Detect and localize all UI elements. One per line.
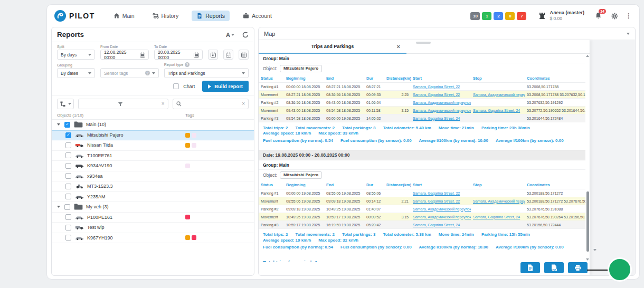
export-report-button[interactable] bbox=[520, 262, 540, 273]
refresh-button[interactable] bbox=[242, 32, 249, 38]
tree-group-main-10[interactable]: ✓Main (10) bbox=[52, 120, 254, 130]
more-menu-button[interactable]: ⋮ bbox=[626, 12, 632, 20]
object-checkbox[interactable] bbox=[65, 142, 71, 148]
counter-badge[interactable]: 7 bbox=[517, 12, 526, 20]
report-scrollbar[interactable] bbox=[586, 55, 589, 261]
close-tab-icon[interactable]: × bbox=[397, 44, 400, 50]
tag-chip[interactable] bbox=[185, 143, 190, 148]
map-collapse-chevron-icon[interactable] bbox=[627, 33, 630, 35]
total-item: Parking time: 15h 55min bbox=[481, 232, 530, 237]
preset-week-button[interactable] bbox=[239, 50, 249, 60]
nav-item-account[interactable]: Account bbox=[238, 11, 277, 21]
export-pdf-button[interactable]: PDF bbox=[544, 262, 564, 273]
nav-item-main[interactable]: Main bbox=[109, 11, 139, 21]
counter-badge[interactable]: 1 bbox=[482, 12, 491, 20]
start-link[interactable]: Samara, Gagarina Street, 22 bbox=[413, 84, 460, 89]
object-checkbox[interactable] bbox=[65, 235, 71, 241]
object-checkbox[interactable]: ✓ bbox=[65, 132, 71, 138]
report-row: Movement09:43:00 18.08.202509:54:58 18.0… bbox=[259, 107, 585, 114]
to-date-input[interactable]: 20.08.2025 00:00 bbox=[154, 50, 203, 60]
start-link[interactable]: Samara, Gagarina Street, 22 bbox=[413, 92, 460, 97]
scrollbar-thumb[interactable] bbox=[586, 191, 589, 252]
tree-item-y235am[interactable]: Y235AM bbox=[52, 192, 254, 203]
start-link[interactable]: Samara, Gagarina Street, 24 bbox=[413, 116, 460, 121]
notifications-button[interactable]: 14 bbox=[595, 12, 602, 20]
tag-chip[interactable] bbox=[192, 235, 196, 240]
start-link[interactable]: Samara, Академический переулок, 2 bbox=[413, 215, 471, 219]
cell-end: 10:49:25 19.08.2025 bbox=[324, 205, 364, 213]
start-link[interactable]: Samara, Академический переулок, 4 bbox=[413, 207, 471, 212]
drag-handle[interactable] bbox=[416, 42, 431, 44]
preset-yesterday-button[interactable] bbox=[223, 50, 233, 60]
settings-button[interactable] bbox=[611, 13, 618, 20]
cell-beginning: 00:00:00 19.08.2025 bbox=[284, 189, 324, 197]
tag-chip[interactable] bbox=[185, 215, 190, 219]
nav-item-history[interactable]: History bbox=[148, 11, 184, 21]
tag-chip[interactable] bbox=[192, 133, 196, 138]
grouping-select[interactable]: By dates bbox=[57, 68, 95, 78]
user-account[interactable]: Алена (master) $ 0.00 bbox=[538, 10, 584, 22]
tag-filter-input[interactable]: × bbox=[78, 99, 168, 109]
start-link[interactable]: Samara, Gagarina Street, 22 bbox=[413, 191, 460, 196]
tag-chip[interactable] bbox=[192, 143, 196, 148]
chart-checkbox[interactable] bbox=[173, 83, 179, 89]
counter-badge[interactable]: 10 bbox=[470, 12, 480, 20]
tag-chip[interactable] bbox=[185, 164, 190, 168]
stop-link[interactable]: Samara, Gagarina Street, 24 bbox=[473, 215, 520, 219]
start-link[interactable]: Samara, Gagarina Street, 22 bbox=[413, 199, 460, 204]
counter-badge[interactable]: 0 bbox=[505, 12, 515, 20]
object-checkbox[interactable] bbox=[65, 163, 71, 169]
group-checkbox[interactable] bbox=[64, 204, 70, 210]
panel-resize-caret-icon[interactable] bbox=[593, 249, 596, 251]
report-type-select[interactable]: Trips and Parkings bbox=[164, 68, 249, 78]
stop-link[interactable]: Samara, Gagarina Street, 24 bbox=[473, 108, 520, 113]
scroll-up-arrow-icon[interactable] bbox=[586, 55, 589, 57]
preset-today-button[interactable] bbox=[208, 50, 218, 60]
object-checkbox[interactable] bbox=[65, 184, 71, 189]
sensor-tags-select[interactable]: Sensor tags ? bbox=[100, 68, 159, 78]
counter-badge[interactable]: 2 bbox=[494, 12, 503, 20]
object-checkbox[interactable] bbox=[65, 225, 71, 231]
tree-item-mt3-1523-3[interactable]: MT3-1523.3 bbox=[52, 181, 254, 192]
tab-trips-and-parkings[interactable]: Trips and Parkings × bbox=[259, 40, 406, 54]
nav-item-reports[interactable]: Reports bbox=[192, 11, 230, 21]
tree-group-my-veh-3[interactable]: My veh (3) bbox=[52, 202, 254, 213]
from-date-input[interactable]: 12.08.2025 00:00 bbox=[100, 50, 149, 60]
stop-link[interactable]: Samara, Академический переулок, 4 bbox=[473, 199, 525, 204]
start-link[interactable]: Samara, Академический переулок, 2 bbox=[413, 108, 471, 113]
tree-item-x934ea[interactable]: x934ea bbox=[52, 171, 254, 182]
expander-chevron-icon[interactable] bbox=[57, 123, 64, 126]
object-checkbox[interactable] bbox=[65, 194, 71, 199]
group-checkbox[interactable]: ✓ bbox=[64, 122, 70, 128]
clear-search-icon[interactable]: × bbox=[242, 101, 245, 107]
tree-item-test-wlp[interactable]: Test wlp bbox=[52, 223, 254, 233]
expander-chevron-icon[interactable] bbox=[57, 206, 64, 208]
tree-item-k967yh190[interactable]: K967YH190 bbox=[52, 233, 254, 244]
tree-item-mitsubishi-pajero[interactable]: ✓Mitsubishi Pajero bbox=[52, 130, 254, 141]
start-link[interactable]: Samara, Gagarina Street, 24 bbox=[413, 223, 460, 227]
tree-view-button[interactable] bbox=[57, 99, 74, 109]
font-size-button[interactable]: A bbox=[226, 32, 234, 38]
split-select[interactable]: By days bbox=[57, 50, 95, 60]
scroll-down-arrow-icon[interactable] bbox=[586, 258, 589, 261]
object-checkbox[interactable] bbox=[65, 214, 71, 220]
cell-coordinates: 53.2008,50.171788 bbox=[525, 83, 585, 91]
tree-item-nissan-tiida[interactable]: Nissan Tiida bbox=[52, 140, 254, 151]
total-item: Total trips: 2 bbox=[263, 232, 288, 237]
build-report-button[interactable]: Build report bbox=[202, 81, 249, 92]
clear-filter-icon[interactable]: × bbox=[162, 101, 165, 107]
tree-item-t100ee761[interactable]: T100EE761 bbox=[52, 151, 254, 161]
object-checkbox[interactable] bbox=[65, 173, 71, 179]
object-label: MT3-1523.3 bbox=[87, 184, 185, 189]
tag-chip[interactable] bbox=[185, 235, 190, 240]
logo-text: PILOT bbox=[69, 12, 95, 20]
object-tags bbox=[185, 133, 249, 138]
object-search-input[interactable]: × bbox=[173, 99, 249, 109]
print-report-button[interactable] bbox=[568, 262, 588, 273]
object-checkbox[interactable] bbox=[65, 152, 71, 158]
tree-item-k934av190[interactable]: K934AV190 bbox=[52, 161, 254, 171]
stop-link[interactable]: Samara, Академический переулок bbox=[473, 92, 525, 97]
start-link[interactable]: Samara, Академический переулок bbox=[413, 100, 471, 105]
tree-item-p100pe161[interactable]: P100PE161 bbox=[52, 213, 254, 223]
tag-chip[interactable] bbox=[185, 133, 190, 138]
